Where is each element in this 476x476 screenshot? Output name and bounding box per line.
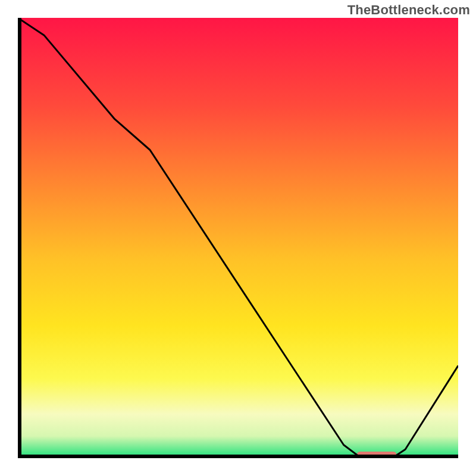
attribution-label: TheBottleneck.com <box>347 2 470 18</box>
plot-svg <box>18 18 458 458</box>
chart-frame: TheBottleneck.com <box>0 0 476 476</box>
plot-area <box>18 18 458 458</box>
